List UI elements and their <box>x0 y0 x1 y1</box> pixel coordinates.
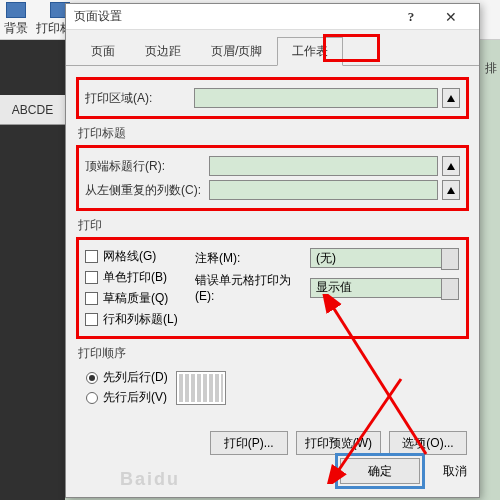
tab-page[interactable]: 页面 <box>76 37 130 66</box>
tab-strip: 页面 页边距 页眉/页脚 工作表 <box>66 30 479 66</box>
ok-bar: 确定 取消 <box>66 453 479 489</box>
dialog-title: 页面设置 <box>74 8 391 25</box>
help-button[interactable]: ? <box>391 4 431 30</box>
print-area-input[interactable] <box>194 88 438 108</box>
right-sort-label: 排 <box>485 60 497 77</box>
order-down-label: 先列后行(D) <box>103 369 168 386</box>
order-section-label: 打印顺序 <box>78 345 467 362</box>
options-button[interactable]: 选项(O)... <box>389 431 467 455</box>
ok-button[interactable]: 确定 <box>340 458 420 484</box>
highlight-titles: 顶端标题行(R): 从左侧重复的列数(C): <box>76 145 469 211</box>
print-area-picker-icon[interactable] <box>442 88 460 108</box>
print-section-label: 打印 <box>78 217 467 234</box>
ribbon-bg-label: 背景 <box>4 20 28 37</box>
ribbon-bg[interactable]: 背景 <box>4 2 28 37</box>
column-headers: ABCDE <box>0 95 65 125</box>
order-preview-icon <box>176 371 226 405</box>
errors-select[interactable]: 显示值 <box>310 278 442 298</box>
titles-section-label: 打印标题 <box>78 125 467 142</box>
comments-select[interactable]: (无) <box>310 248 442 268</box>
rowcol-label: 行和列标题(L) <box>103 311 178 328</box>
title-cols-picker-icon[interactable] <box>442 180 460 200</box>
tab-margins[interactable]: 页边距 <box>130 37 196 66</box>
title-rows-input[interactable] <box>209 156 438 176</box>
dialog-body: 打印区域(A): 打印标题 顶端标题行(R): 从左侧重复的列数(C): 打印 <box>66 66 479 421</box>
rowcol-checkbox[interactable] <box>85 313 98 326</box>
draft-checkbox[interactable] <box>85 292 98 305</box>
order-over-radio[interactable] <box>86 392 98 404</box>
order-down-radio[interactable] <box>86 372 98 384</box>
print-area-label: 打印区域(A): <box>85 90 190 107</box>
gridlines-checkbox[interactable] <box>85 250 98 263</box>
title-rows-label: 顶端标题行(R): <box>85 158 205 175</box>
gridlines-label: 网格线(G) <box>103 248 156 265</box>
bg-icon <box>6 2 26 18</box>
draft-label: 草稿质量(Q) <box>103 290 168 307</box>
errors-label: 错误单元格打印为(E): <box>195 272 310 303</box>
close-button[interactable]: ✕ <box>431 4 471 30</box>
bw-label: 单色打印(B) <box>103 269 167 286</box>
dialog-titlebar: 页面设置 ? ✕ <box>66 4 479 30</box>
highlight-print-options: 网格线(G) 单色打印(B) 草稿质量(Q) 行和列标题(L) 注释(M): (… <box>76 237 469 339</box>
tab-header[interactable]: 页眉/页脚 <box>196 37 277 66</box>
bw-checkbox[interactable] <box>85 271 98 284</box>
order-over-label: 先行后列(V) <box>103 389 167 406</box>
highlight-print-area: 打印区域(A): <box>76 77 469 119</box>
preview-button[interactable]: 打印预览(W) <box>296 431 381 455</box>
title-cols-input[interactable] <box>209 180 438 200</box>
highlight-ok: 确定 <box>335 453 425 489</box>
button-bar: 打印(P)... 打印预览(W) 选项(O)... <box>66 431 479 455</box>
tab-sheet[interactable]: 工作表 <box>277 37 343 66</box>
cancel-button[interactable]: 取消 <box>443 463 467 480</box>
sheet-background: ABCDE <box>0 40 65 500</box>
comments-label: 注释(M): <box>195 250 310 267</box>
title-cols-label: 从左侧重复的列数(C): <box>85 182 205 199</box>
print-button[interactable]: 打印(P)... <box>210 431 288 455</box>
page-setup-dialog: 页面设置 ? ✕ 页面 页边距 页眉/页脚 工作表 打印区域(A): 打印标题 … <box>65 3 480 498</box>
title-rows-picker-icon[interactable] <box>442 156 460 176</box>
